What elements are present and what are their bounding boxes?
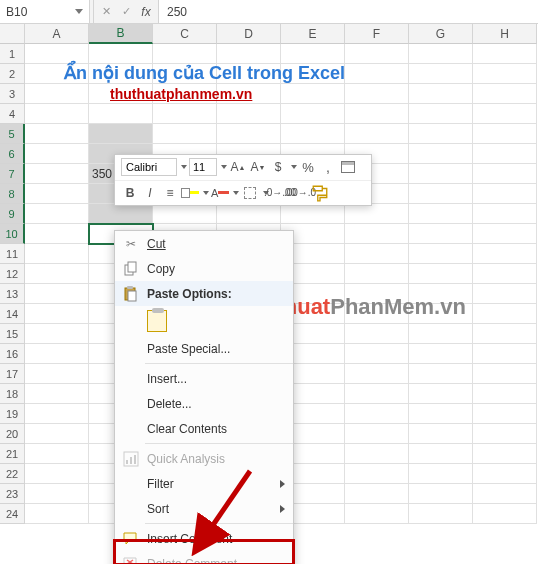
col-header-a[interactable]: A [25, 24, 89, 44]
cell-F21[interactable] [345, 444, 409, 464]
ctx-delete[interactable]: Delete... [115, 391, 293, 416]
cell-G9[interactable] [409, 204, 473, 224]
cell-G2[interactable] [409, 64, 473, 84]
fx-icon[interactable]: fx [138, 5, 154, 19]
cell-F10[interactable] [345, 224, 409, 244]
cell-E2[interactable] [281, 64, 345, 84]
decimal-dec-button[interactable]: .00→.0 [291, 184, 309, 202]
row-header[interactable]: 14 [0, 304, 25, 324]
cell-E9[interactable] [281, 204, 345, 224]
cell-G13[interactable] [409, 284, 473, 304]
cell-D2[interactable] [217, 64, 281, 84]
cell-D3[interactable] [217, 84, 281, 104]
decrease-font-button[interactable]: A▼ [249, 158, 267, 176]
ctx-copy[interactable]: Copy [115, 256, 293, 281]
cell-G17[interactable] [409, 364, 473, 384]
row-header[interactable]: 12 [0, 264, 25, 284]
row-header[interactable]: 5 [0, 124, 25, 144]
cell-A13[interactable] [25, 284, 89, 304]
italic-button[interactable]: I [141, 184, 159, 202]
select-all-corner[interactable] [0, 24, 25, 44]
row-header[interactable]: 23 [0, 484, 25, 504]
cell-A24[interactable] [25, 504, 89, 524]
cell-C5[interactable] [153, 124, 217, 144]
row-header[interactable]: 2 [0, 64, 25, 84]
cell-A3[interactable] [25, 84, 89, 104]
cell-G11[interactable] [409, 244, 473, 264]
cell-G23[interactable] [409, 484, 473, 504]
cell-H8[interactable] [473, 184, 537, 204]
cell-H18[interactable] [473, 384, 537, 404]
cell-G15[interactable] [409, 324, 473, 344]
cell-H11[interactable] [473, 244, 537, 264]
row-header[interactable]: 9 [0, 204, 25, 224]
cell-F20[interactable] [345, 424, 409, 444]
cell-F19[interactable] [345, 404, 409, 424]
cell-A8[interactable] [25, 184, 89, 204]
cell-H3[interactable] [473, 84, 537, 104]
cell-G19[interactable] [409, 404, 473, 424]
cell-C3[interactable] [153, 84, 217, 104]
cell-H5[interactable] [473, 124, 537, 144]
cell-F22[interactable] [345, 464, 409, 484]
comma-format-button[interactable]: , [319, 158, 337, 176]
row-header[interactable]: 8 [0, 184, 25, 204]
cell-H12[interactable] [473, 264, 537, 284]
row-header[interactable]: 13 [0, 284, 25, 304]
cell-C2[interactable] [153, 64, 217, 84]
cell-F24[interactable] [345, 504, 409, 524]
cell-H14[interactable] [473, 304, 537, 324]
cell-E1[interactable] [281, 44, 345, 64]
cell-G12[interactable] [409, 264, 473, 284]
cell-G21[interactable] [409, 444, 473, 464]
cell-D5[interactable] [217, 124, 281, 144]
cell-H6[interactable] [473, 144, 537, 164]
cell-H16[interactable] [473, 344, 537, 364]
cell-A7[interactable] [25, 164, 89, 184]
cell-G5[interactable] [409, 124, 473, 144]
cell-F12[interactable] [345, 264, 409, 284]
cell-G10[interactable] [409, 224, 473, 244]
cell-B5[interactable] [89, 124, 153, 144]
cell-G7[interactable] [409, 164, 473, 184]
cell-H15[interactable] [473, 324, 537, 344]
cell-A5[interactable] [25, 124, 89, 144]
cell-A23[interactable] [25, 484, 89, 504]
cell-B1[interactable] [89, 44, 153, 64]
fill-color-button[interactable] [181, 184, 199, 202]
cell-F9[interactable] [345, 204, 409, 224]
cell-F17[interactable] [345, 364, 409, 384]
cell-F14[interactable] [345, 304, 409, 324]
row-header[interactable]: 21 [0, 444, 25, 464]
format-painter-button[interactable] [311, 184, 329, 202]
accounting-format-button[interactable]: $ [269, 158, 287, 176]
cell-G14[interactable] [409, 304, 473, 324]
ctx-paste-default[interactable] [115, 306, 293, 336]
cell-A14[interactable] [25, 304, 89, 324]
cell-H4[interactable] [473, 104, 537, 124]
cell-F4[interactable] [345, 104, 409, 124]
col-header-c[interactable]: C [153, 24, 217, 44]
ctx-filter[interactable]: Filter [115, 471, 293, 496]
col-header-d[interactable]: D [217, 24, 281, 44]
ctx-clear-contents[interactable]: Clear Contents [115, 416, 293, 441]
border-button[interactable] [241, 184, 259, 202]
format-table-button[interactable] [339, 158, 357, 176]
cell-E3[interactable] [281, 84, 345, 104]
cell-A9[interactable] [25, 204, 89, 224]
row-header[interactable]: 24 [0, 504, 25, 524]
row-header[interactable]: 19 [0, 404, 25, 424]
cell-H19[interactable] [473, 404, 537, 424]
row-header[interactable]: 15 [0, 324, 25, 344]
ctx-sort[interactable]: Sort [115, 496, 293, 521]
cell-A2[interactable] [25, 64, 89, 84]
bold-button[interactable]: B [121, 184, 139, 202]
cell-H17[interactable] [473, 364, 537, 384]
row-header[interactable]: 22 [0, 464, 25, 484]
cell-G8[interactable] [409, 184, 473, 204]
cell-H2[interactable] [473, 64, 537, 84]
cell-G18[interactable] [409, 384, 473, 404]
cell-A12[interactable] [25, 264, 89, 284]
ctx-paste-options[interactable]: Paste Options: [115, 281, 293, 306]
cell-D1[interactable] [217, 44, 281, 64]
